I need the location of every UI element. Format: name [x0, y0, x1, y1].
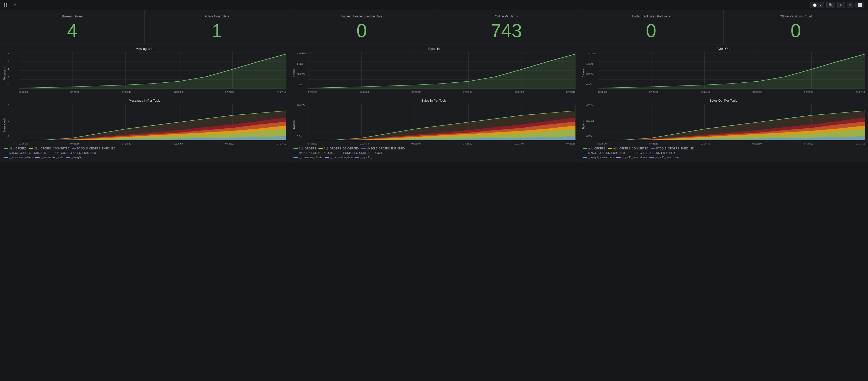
chevron-down-icon: ▾ [820, 3, 822, 7]
legend-line: MYSQL_ORDERS_ENRICHEDPOSTGRES_ORDERS_ENR… [293, 151, 574, 154]
y-tick: 0 B/s [297, 83, 302, 86]
legend-color [35, 157, 39, 158]
legend-color [293, 157, 298, 158]
monitor-button[interactable]: ⬜ [856, 2, 864, 8]
legend-color [293, 153, 298, 153]
legend-line: __consumer_offsets__transaction_state_my… [4, 156, 285, 159]
monitor-icon: ⬜ [858, 3, 862, 7]
chart-panel-bytes-out-per-topic: Bytes Out Per TopicBytes/s400 B/s200 B/s… [579, 96, 868, 162]
y-tick: 0 [7, 83, 9, 86]
legend-item: _mysql5_.main.users [649, 156, 679, 159]
zoom-out-icon: 🔍 [829, 3, 833, 7]
legend-label: POSTGRES_ORDERS_ENRICHED [343, 151, 385, 154]
chart-inner: 8642007:26:2007:26:3007:26:4007:26:5007:… [7, 52, 286, 94]
x-tick: 07:26:50 [752, 91, 762, 93]
x-tick: 07:26:20 [598, 142, 607, 145]
legend-item: __consumer_offsets [293, 156, 322, 159]
stat-value-2: 0 [356, 21, 367, 40]
legend-color [583, 153, 587, 153]
refresh-interval-button[interactable]: ▾ [847, 2, 854, 8]
legend-item: ALL_ORDERS [583, 147, 606, 150]
legend-item: MYSQL5_ORDERS_ENRICHED [72, 147, 115, 150]
stat-label-3: Online Partitions [495, 14, 518, 18]
chart-area: Bytes/s1.50 kB/s1 kB/s500 B/s0 B/s07:26:… [292, 52, 575, 94]
stat-card-1: Active Controllers 1 [145, 10, 289, 44]
x-tick: 07:26:50 [174, 142, 183, 145]
header: ⇧ 🕐 ▾ 🔍 ↻ ▾ ⬜ [0, 0, 868, 10]
chart-title: Messages In [3, 47, 286, 51]
legend-color [608, 148, 612, 149]
legend-item: MYSQL5_ORDERS_ENRICHED [651, 147, 694, 150]
legend-item: MYSQL_ORDERS_ENRICHED [583, 151, 625, 154]
y-tick: 0 B/s [586, 83, 592, 86]
chart-title: Bytes In [292, 47, 575, 51]
x-tick: 07:27:10 [856, 142, 865, 145]
x-tick: 07:26:30 [360, 142, 369, 145]
chart-svg-wrapper [19, 52, 286, 89]
refresh-button[interactable]: ↻ [837, 2, 845, 8]
header-right: 🕐 ▾ 🔍 ↻ ▾ ⬜ [810, 2, 864, 8]
y-tick: 1.50 kB/s [586, 52, 596, 55]
y-axis-label: Bytes/s [292, 52, 295, 94]
stat-card-3: Online Partitions 743 [434, 10, 579, 44]
stat-value-0: 4 [67, 21, 78, 40]
y-tick: 2 [7, 104, 9, 107]
legend-label: MYSQL_ORDERS_ENRICHED [9, 151, 46, 154]
legend-label: __consumer_offsets [9, 156, 33, 159]
chart-svg-wrapper [308, 104, 575, 140]
x-tick: 07:27:10 [277, 91, 286, 93]
legend-color [72, 148, 76, 149]
y-tick: 1 kB/s [297, 63, 303, 65]
grid-icon [4, 3, 7, 7]
legend-item: MYSQL_ORDERS_ENRICHED [293, 151, 335, 154]
legend-line: ALL_ORDERSALL_ORDERS_CONVERTEDMYSQL5_ORD… [293, 147, 574, 150]
x-tick: 07:27:00 [515, 142, 524, 145]
legend-line: ALL_ORDERSALL_ORDERS_CONVERTEDMYSQL5_ORD… [4, 147, 285, 150]
legend-item: ALL_ORDERS_CONVERTED [608, 147, 648, 150]
legend-line: MYSQL_ORDERS_ENRICHEDPOSTGRES_ORDERS_ENR… [4, 151, 285, 154]
x-tick: 07:26:50 [174, 91, 183, 93]
x-tick: 07:27:00 [515, 91, 524, 93]
legend-color [649, 157, 654, 158]
legend-color [583, 157, 587, 158]
stat-label-1: Active Controllers [205, 14, 229, 18]
header-left: ⇧ [4, 3, 17, 7]
x-tick: 07:27:00 [225, 142, 235, 145]
legend-label: __consumer_offsets [299, 156, 322, 159]
chart-panel-messages-in-per-topic: Messages In Per TopicMessages/s21007:26:… [0, 96, 289, 162]
legend-label: _mysql5_.main.orders [588, 156, 614, 159]
y-tick: 1 [7, 119, 9, 122]
chart-inner: 1.50 kB/s1 kB/s500 B/s0 B/s07:26:2007:26… [586, 52, 865, 94]
share-icon[interactable]: ⇧ [13, 3, 17, 7]
legend-label: MYSQL5_ORDERS_ENRICHED [77, 147, 115, 150]
chart-svg-wrapper [308, 52, 575, 89]
x-tick: 07:26:40 [122, 91, 131, 93]
legend-item: __consumer_offsets [4, 156, 33, 159]
legend-label: ALL_ORDERS [9, 147, 27, 150]
chart-area: Bytes/s400 B/s200 B/s0 B/s07:26:2007:26:… [582, 104, 865, 145]
legend-item: _mysql5_.main.orders [583, 156, 614, 159]
stat-value-3: 743 [491, 21, 522, 40]
legend-color [4, 148, 8, 149]
legend-item: ALL_ORDERS [4, 147, 27, 150]
x-tick: 07:27:00 [225, 91, 235, 93]
legend-label: MYSQL_ORDERS_ENRICHED [588, 151, 625, 154]
y-axis-label: Messages/s [3, 52, 6, 94]
legend-item: __transaction_state [35, 156, 63, 159]
chart-panel-bytes-out: Bytes OutBytes/s1.50 kB/s1 kB/s500 B/s0 … [579, 44, 868, 96]
legend-label: _mysql5_.main.users [655, 156, 679, 159]
time-picker[interactable]: 🕐 ▾ [810, 2, 824, 8]
chevron-down-icon-2: ▾ [849, 3, 851, 7]
x-tick: 07:27:00 [804, 142, 813, 145]
chart-title: Bytes Out [582, 47, 865, 51]
legend-item: POSTGRES_ORDERS_ENRICHED [628, 151, 675, 154]
chart-title: Bytes Out Per Topic [582, 99, 865, 102]
stat-value-5: 0 [790, 21, 801, 40]
legend-color [616, 157, 621, 158]
legend-color [583, 148, 587, 149]
legend-row: ALL_ORDERSALL_ORDERS_CONVERTEDMYSQL5_ORD… [3, 145, 286, 160]
y-tick: 400 B/s [586, 104, 594, 107]
zoom-out-button[interactable]: 🔍 [826, 2, 835, 8]
legend-row: ALL_ORDERSALL_ORDERS_CONVERTEDMYSQL5_ORD… [292, 145, 575, 160]
legend-item: __transaction_state [325, 156, 352, 159]
